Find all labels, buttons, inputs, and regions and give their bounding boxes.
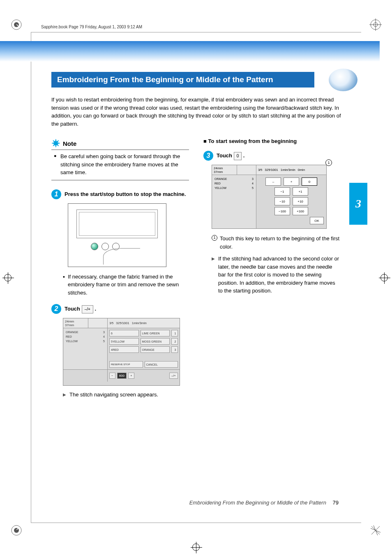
note-heading: ✷ Note bbox=[51, 138, 189, 150]
crop-mark-br bbox=[369, 524, 382, 537]
section-title: Embroidering From the Beginning or Middl… bbox=[51, 72, 314, 88]
step-3-text: Touch 0 . bbox=[217, 151, 244, 161]
crop-rule-left bbox=[31, 32, 31, 523]
hand-illustration bbox=[103, 248, 140, 265]
svg-line-11 bbox=[371, 528, 380, 532]
dimensions: 24mm37mm bbox=[212, 166, 237, 174]
step-1: 1 Press the start/stop button to stop th… bbox=[51, 189, 189, 199]
step-1-text: Press the start/stop button to stop the … bbox=[65, 189, 186, 199]
step-3-text-before: Touch bbox=[217, 152, 234, 159]
callout-1-text: 1 Touch this key to return to the beginn… bbox=[212, 235, 341, 251]
step-2-result: The stitch navigating screen appears. bbox=[63, 391, 189, 399]
lcd-screenshot-1: 24mm37mm 3⁄5 325⁄1001 1min⁄3min ORANGE3 … bbox=[63, 318, 180, 386]
registration-mark-left bbox=[4, 274, 12, 281]
machine-illustration bbox=[68, 203, 166, 267]
crop-mark-tr bbox=[369, 18, 382, 31]
registration-mark-bottom bbox=[192, 543, 200, 551]
plus-1-btn: +1 bbox=[293, 187, 308, 196]
step-3-result: If the stitching had advanced to the sec… bbox=[212, 255, 341, 295]
ok-btn: OK bbox=[310, 217, 324, 224]
thread-list-left: ORANGE3 RED4 YELLOW5 bbox=[212, 175, 256, 228]
step-number-3: 3 bbox=[203, 151, 213, 161]
step-3: 3 Touch 0 . bbox=[203, 151, 341, 161]
thread-panel-right: 6 LIME GREEN 1 5 YELLOW MOSS GREEN 2 4 R… bbox=[108, 328, 180, 369]
crop-rule-top bbox=[31, 32, 361, 32]
nav-key: –/+ bbox=[169, 373, 178, 379]
minus-100-btn: −100 bbox=[274, 207, 290, 215]
header-gradient-bar bbox=[0, 41, 380, 62]
step-2-text-before: Touch bbox=[65, 306, 82, 312]
step-number-2: 2 bbox=[51, 304, 61, 314]
crop-mark-bl bbox=[10, 524, 23, 537]
minus-10-btn: −10 bbox=[274, 197, 290, 205]
footer-title: Embroidering From the Beginning or Middl… bbox=[189, 500, 326, 506]
thread-list-left: ORANGE3 RED4 YELLOW5 bbox=[63, 328, 108, 369]
crop-rule-bottom bbox=[31, 523, 361, 523]
speed-minus: − bbox=[109, 373, 115, 379]
pattern-preview bbox=[237, 165, 256, 175]
lcd-screenshot-2: 1 24mm37mm 3⁄5 325⁄1001 1min⁄3min 0min bbox=[212, 165, 327, 229]
step-1-bullet: If necessary, change the fabric framed i… bbox=[63, 273, 189, 297]
start-stop-button-icon bbox=[91, 243, 98, 250]
note-label: Note bbox=[63, 140, 76, 147]
crop-mark-tl bbox=[10, 18, 23, 31]
stitch-stats: 3⁄5 325⁄1001 1min⁄3min 0min bbox=[256, 168, 326, 172]
color-fwd-btn: + bbox=[284, 177, 299, 186]
note-block: ✷ Note Be careful when going back or for… bbox=[51, 138, 189, 180]
callout-number-1: 1 bbox=[325, 159, 332, 166]
registration-mark-right bbox=[380, 274, 388, 281]
section-title-wrap: Embroidering From the Beginning or Middl… bbox=[51, 72, 341, 88]
plus-10-btn: +10 bbox=[293, 197, 308, 205]
stitch-navigator: – + 0 −1 +1 −10 +10 −100 bbox=[256, 175, 326, 228]
callout-marker-1: 1 bbox=[212, 235, 217, 241]
pattern-preview bbox=[88, 318, 108, 328]
page-number: 79 bbox=[333, 500, 339, 506]
note-body: Be careful when going back or forward th… bbox=[51, 150, 189, 180]
dimensions: 24mm37mm bbox=[63, 320, 88, 327]
speed-plus: + bbox=[128, 373, 134, 379]
step-2: 2 Touch –/+ . bbox=[51, 304, 189, 314]
print-metadata: Sapphire.book Page 79 Friday, August 1, … bbox=[41, 25, 142, 29]
color-back-btn: – bbox=[265, 177, 281, 186]
step-2-text: Touch –/+ . bbox=[65, 304, 96, 314]
stitch-stats: 3⁄5 325⁄1001 1min⁄3min bbox=[108, 321, 180, 325]
machine-button-icon bbox=[101, 243, 109, 250]
sparkle-icon: ✷ bbox=[51, 138, 60, 149]
step-2-text-after: . bbox=[95, 306, 96, 312]
sub-heading: To start sewing from the beginning bbox=[203, 138, 341, 144]
speed-value: 600 bbox=[117, 373, 127, 379]
step-number-1: 1 bbox=[51, 189, 61, 199]
page-footer: Embroidering From the Beginning or Middl… bbox=[189, 500, 339, 506]
title-decoration-bubble bbox=[329, 69, 357, 91]
plus-100-btn: +100 bbox=[293, 207, 308, 215]
intro-paragraph: If you wish to restart embroidering from… bbox=[51, 96, 341, 128]
navigate-key-icon: –/+ bbox=[82, 305, 93, 313]
right-column: To start sewing from the beginning 3 Tou… bbox=[203, 138, 341, 401]
zero-btn: 0 bbox=[302, 177, 317, 186]
left-column: ✷ Note Be careful when going back or for… bbox=[51, 138, 189, 401]
zero-key-icon: 0 bbox=[234, 152, 242, 160]
machine-screen-outline bbox=[76, 210, 158, 238]
page-content: Embroidering From the Beginning or Middl… bbox=[51, 72, 341, 401]
chapter-tab: 3 bbox=[349, 183, 367, 225]
minus-1-btn: −1 bbox=[274, 187, 290, 196]
step-3-text-after: . bbox=[243, 152, 245, 159]
